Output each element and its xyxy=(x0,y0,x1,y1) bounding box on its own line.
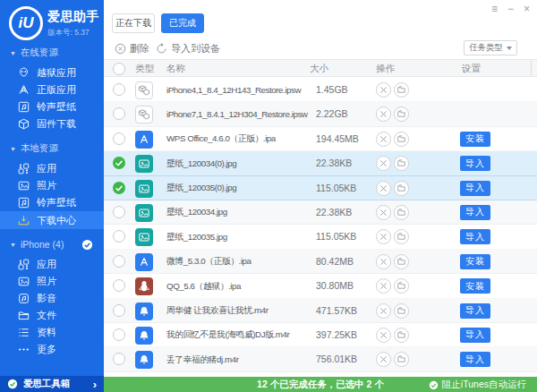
import-button[interactable]: 导入 xyxy=(460,181,490,196)
sidebar-item-download-center[interactable]: 下载中心 xyxy=(0,211,104,229)
tab-completed[interactable]: 已完成 xyxy=(161,13,204,33)
delete-task-button[interactable] xyxy=(376,107,391,122)
sidebar-section-header[interactable]: ▼本地资源 xyxy=(0,141,104,157)
row-checkbox[interactable] xyxy=(113,279,125,292)
table-row[interactable]: 壁纸_120035.jpg115.05KB导入 xyxy=(104,225,537,249)
delete-task-button[interactable] xyxy=(376,82,391,98)
menu-button[interactable]: ≡ xyxy=(491,3,498,15)
sidebar-item-ringtone-wallpaper[interactable]: 铃声壁纸 xyxy=(0,98,104,115)
table-row[interactable]: 壁纸_120034(0).jpg22.38KB导入 xyxy=(104,151,537,175)
import-button[interactable]: 导入 xyxy=(460,328,490,343)
file-name: QQ_5.6（越狱）.ipa xyxy=(166,281,241,293)
window-controls: ≡ − × xyxy=(491,3,530,15)
row-operations xyxy=(376,328,409,343)
import-button[interactable]: 导入 xyxy=(460,303,490,319)
row-checkbox[interactable] xyxy=(113,206,125,218)
logo-text: iU xyxy=(19,14,34,32)
table-row[interactable]: 周华健 让我欢喜让我忧.m4r471.57KB导入 xyxy=(104,299,537,323)
toolbox-bar[interactable]: 爱思工具箱 › xyxy=(0,376,104,392)
row-checkbox[interactable] xyxy=(113,230,125,243)
table-row[interactable]: WPS Office_4.6.0（正版）.ipa194.45MB安装 xyxy=(104,127,537,151)
table-row[interactable]: iPhone7,1_8.4.1_12H304_Restore.ipsw2.22G… xyxy=(104,102,537,126)
sidebar-item-ringtone-wallpaper[interactable]: 铃声壁纸 xyxy=(0,194,104,211)
delete-task-button[interactable] xyxy=(376,205,391,220)
row-checkbox[interactable] xyxy=(113,353,125,365)
chevron-right-icon: › xyxy=(93,379,97,390)
row-checkbox[interactable] xyxy=(113,182,125,194)
open-folder-button[interactable] xyxy=(394,229,409,244)
sidebar-item-apps-grid[interactable]: 应用 xyxy=(0,160,104,177)
table-row[interactable]: 壁纸_120035(0).jpg115.05KB导入 xyxy=(104,176,537,200)
import-button[interactable]: 导入 xyxy=(460,205,490,220)
install-button[interactable]: 安装 xyxy=(460,254,490,269)
table-row[interactable]: 我的回忆不是我(海鸣威)DJ版.m4r397.25KB导入 xyxy=(104,323,537,347)
sidebar-item-info-list[interactable]: 资料 xyxy=(0,324,104,341)
open-folder-button[interactable] xyxy=(394,205,409,220)
firmware-file-icon xyxy=(135,81,153,99)
import-button[interactable]: 导入 xyxy=(460,352,490,367)
delete-task-button[interactable] xyxy=(376,352,391,367)
row-checkbox[interactable] xyxy=(113,107,125,120)
sidebar-item-genuine-apps[interactable]: 正版应用 xyxy=(0,81,104,98)
row-checkbox[interactable] xyxy=(113,328,125,341)
scrollbar[interactable] xyxy=(531,60,532,76)
install-button[interactable]: 安装 xyxy=(460,278,490,294)
row-operations xyxy=(376,156,409,171)
delete-task-button[interactable] xyxy=(376,229,391,244)
open-folder-button[interactable] xyxy=(394,254,409,269)
open-folder-button[interactable] xyxy=(394,328,409,343)
delete-task-button[interactable] xyxy=(376,254,391,269)
open-folder-button[interactable] xyxy=(394,82,409,98)
file-name: 我的回忆不是我(海鸣威)DJ版.m4r xyxy=(166,329,289,341)
row-checkbox[interactable] xyxy=(113,304,125,317)
table-row[interactable]: 壁纸_120034.jpg22.38KB导入 xyxy=(104,200,537,225)
sidebar-item-apps-grid[interactable]: 应用 xyxy=(0,256,104,273)
import-button[interactable]: 导入 xyxy=(460,229,490,244)
delete-button[interactable]: 删除 xyxy=(115,40,149,56)
col-settings: 设置 xyxy=(462,63,481,75)
open-folder-button[interactable] xyxy=(394,352,409,367)
open-folder-button[interactable] xyxy=(394,156,409,171)
delete-task-button[interactable] xyxy=(376,278,391,294)
delete-task-button[interactable] xyxy=(376,132,391,147)
sidebar-item-files[interactable]: 文件 xyxy=(0,307,104,324)
block-itunes-toggle[interactable]: 阻止iTunes自动运行 xyxy=(429,379,526,391)
sidebar-section-header[interactable]: ▼iPhone (4) xyxy=(0,236,104,252)
select-all-checkbox[interactable] xyxy=(113,63,125,75)
open-folder-button[interactable] xyxy=(394,132,409,147)
file-name: 微博_5.3.0（正版）.ipa xyxy=(166,256,251,268)
sidebar-item-photos[interactable]: 照片 xyxy=(0,273,104,290)
import-to-device-button[interactable]: 导入到设备 xyxy=(156,40,220,56)
sidebar-item-more-dots[interactable]: 更多 xyxy=(0,341,104,358)
tab-downloading[interactable]: 正在下载 xyxy=(112,13,155,33)
delete-task-button[interactable] xyxy=(376,303,391,319)
main-panel: ≡ − × 正在下载 已完成 删除 导入到设备 任务类型 类型 名称 xyxy=(104,0,537,392)
install-button[interactable]: 安装 xyxy=(460,132,490,147)
import-button[interactable]: 导入 xyxy=(460,156,490,171)
table-row[interactable]: iPhone4,1_8.4_12H143_Restore.ipsw1.45GB xyxy=(104,78,537,102)
image-file-icon xyxy=(135,204,153,222)
sidebar-item-photos[interactable]: 照片 xyxy=(0,177,104,194)
open-folder-button[interactable] xyxy=(394,107,409,122)
sidebar-item-firmware-download[interactable]: 固件下载 xyxy=(0,115,104,132)
sidebar-item-jailbreak-apps[interactable]: 越狱应用 xyxy=(0,64,104,81)
row-checkbox[interactable] xyxy=(113,157,125,169)
table-row[interactable]: QQ_5.6（越狱）.ipa30.80MB安装 xyxy=(104,274,537,298)
table-row[interactable]: 丢了幸福的猪dj.m4r756.01KB导入 xyxy=(104,347,537,371)
table-row[interactable]: 微博_5.3.0（正版）.ipa80.42MB安装 xyxy=(104,250,537,274)
open-folder-button[interactable] xyxy=(394,303,409,319)
row-operations xyxy=(376,352,409,367)
close-button[interactable]: × xyxy=(524,3,530,15)
sidebar-item-media[interactable]: 影音 xyxy=(0,290,104,307)
row-checkbox[interactable] xyxy=(113,132,125,145)
row-checkbox[interactable] xyxy=(113,83,125,96)
delete-task-button[interactable] xyxy=(376,328,391,343)
minimize-button[interactable]: − xyxy=(507,3,514,15)
sidebar-section-header[interactable]: ▼在线资源 xyxy=(0,45,104,61)
open-folder-button[interactable] xyxy=(394,181,409,196)
row-checkbox[interactable] xyxy=(113,255,125,268)
delete-task-button[interactable] xyxy=(376,156,391,171)
task-type-dropdown[interactable]: 任务类型 xyxy=(464,40,517,55)
delete-task-button[interactable] xyxy=(376,181,391,196)
open-folder-button[interactable] xyxy=(394,278,409,294)
